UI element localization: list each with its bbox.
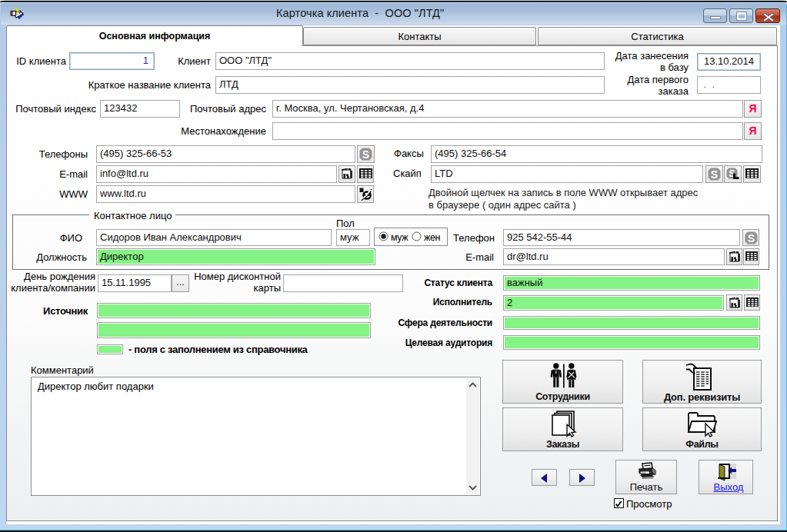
svg-text:S: S: [711, 168, 718, 181]
svg-text:S: S: [362, 148, 369, 161]
svg-text:S: S: [747, 232, 754, 244]
